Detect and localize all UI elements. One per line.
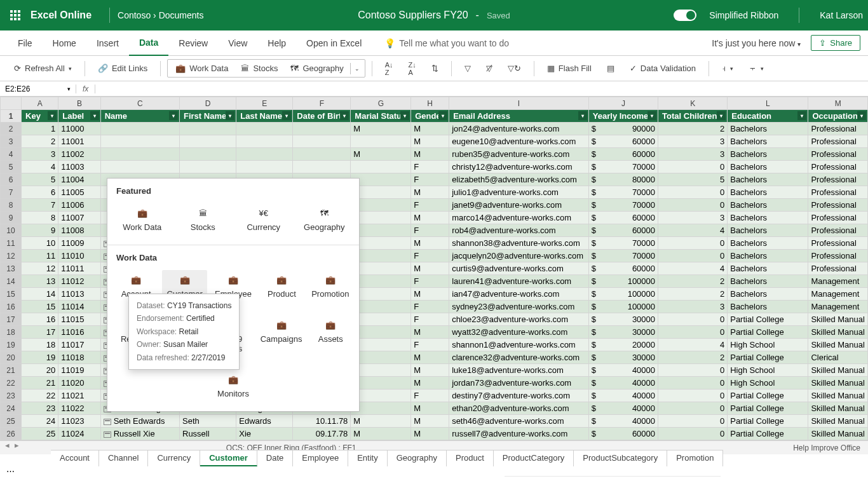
row-header[interactable]: 23: [1, 390, 22, 402]
cell[interactable]: 4: [658, 339, 728, 351]
cell[interactable]: 0: [658, 402, 728, 415]
cell[interactable]: 11020: [58, 377, 100, 390]
scroll-left-icon[interactable]: ◂: [505, 476, 515, 477]
cell[interactable]: Bachelors: [728, 173, 808, 186]
cell[interactable]: M: [351, 148, 411, 161]
cell[interactable]: 0: [658, 161, 728, 173]
col-header[interactable]: G: [351, 97, 411, 110]
cell[interactable]: Professional: [808, 237, 868, 250]
prev-sheet-icon[interactable]: ◂: [5, 440, 10, 450]
row-header[interactable]: 15: [1, 288, 22, 301]
next-sheet-icon[interactable]: ▸: [15, 440, 19, 450]
cell[interactable]: F: [411, 199, 449, 212]
cell[interactable]: S: [351, 351, 411, 364]
cell[interactable]: 20: [22, 364, 58, 377]
tell-me-search[interactable]: 💡 Tell me what you want to do: [384, 38, 509, 48]
cell[interactable]: M: [351, 262, 411, 275]
cell[interactable]: 0: [658, 364, 728, 377]
cell[interactable]: M: [351, 212, 411, 224]
cell[interactable]: sydney23@adventure-works.com: [449, 301, 589, 313]
cell[interactable]: $30000: [588, 351, 658, 364]
cell[interactable]: [180, 135, 236, 148]
sheet-tab-employee[interactable]: Employee: [293, 450, 348, 466]
data-type-product[interactable]: 💼Product: [259, 270, 304, 304]
cell[interactable]: [100, 148, 179, 161]
work-data-type-button[interactable]: 💼 Work Data: [169, 61, 234, 76]
cell[interactable]: M: [351, 275, 411, 288]
cell[interactable]: Management: [808, 275, 868, 288]
cell[interactable]: $100000: [588, 288, 658, 301]
cell[interactable]: curtis9@adventure-works.com: [449, 262, 589, 275]
cell[interactable]: 4: [658, 262, 728, 275]
cell[interactable]: [351, 186, 411, 199]
cell[interactable]: 3: [658, 212, 728, 224]
cell[interactable]: M: [411, 364, 449, 377]
user-name[interactable]: Kat Larson: [820, 10, 863, 20]
app-brand[interactable]: Excel Online: [31, 10, 92, 21]
sort-desc-button[interactable]: Z↓A: [402, 58, 423, 79]
cell[interactable]: 14: [22, 288, 58, 301]
cell[interactable]: [351, 173, 411, 186]
col-header[interactable]: I: [449, 97, 589, 110]
filter-arrow-icon[interactable]: ▾: [578, 111, 587, 120]
cell[interactable]: Partial College: [728, 402, 808, 415]
cell[interactable]: marco14@adventure-works.com: [449, 212, 589, 224]
cell[interactable]: 11014: [58, 301, 100, 313]
sheet-tab-customer[interactable]: Customer: [200, 450, 257, 466]
cell[interactable]: S: [351, 250, 411, 262]
cell[interactable]: [293, 135, 351, 148]
cell[interactable]: 16: [22, 313, 58, 326]
cell[interactable]: 11006: [58, 199, 100, 212]
cell[interactable]: seth46@adventure-works.com: [449, 415, 589, 428]
sheet-tab-promotion[interactable]: Promotion: [667, 450, 723, 466]
cell[interactable]: 24: [22, 415, 58, 428]
data-type-assets[interactable]: 💼Assets: [308, 315, 353, 358]
data-type-geography[interactable]: 🗺Geography: [296, 203, 353, 237]
cell[interactable]: 0: [658, 326, 728, 339]
col-header[interactable]: A: [22, 97, 58, 110]
cell[interactable]: S: [351, 390, 411, 402]
row-header[interactable]: 18: [1, 326, 22, 339]
cell[interactable]: 0: [658, 199, 728, 212]
cell[interactable]: Bachelors: [728, 301, 808, 313]
cell[interactable]: 11019: [58, 364, 100, 377]
table-header-cell[interactable]: Key▾: [22, 110, 58, 123]
cell[interactable]: [100, 161, 179, 173]
cell[interactable]: 11010: [58, 250, 100, 262]
cell[interactable]: Professional: [808, 161, 868, 173]
cell[interactable]: $60000: [588, 224, 658, 237]
cell[interactable]: 3: [658, 135, 728, 148]
cell[interactable]: $40000: [588, 364, 658, 377]
cell[interactable]: christy12@adventure-works.com: [449, 161, 589, 173]
cell[interactable]: russell7@adventure-works.com: [449, 428, 589, 440]
cell[interactable]: 4: [22, 161, 58, 173]
breadcrumb[interactable]: Contoso › Documents: [118, 10, 203, 20]
sheet-tab-product[interactable]: Product: [447, 450, 494, 466]
col-header[interactable]: B: [58, 97, 100, 110]
help-improve-link[interactable]: Help Improve Office: [793, 444, 860, 452]
cell[interactable]: High School: [728, 377, 808, 390]
sheet-tab-date[interactable]: Date: [257, 450, 293, 466]
cell[interactable]: julio1@adventure-works.com: [449, 186, 589, 199]
table-header-cell[interactable]: Date of Birth▾: [293, 110, 351, 123]
sheet-tab-currency[interactable]: Currency: [148, 450, 200, 466]
cell[interactable]: 0: [658, 313, 728, 326]
cell[interactable]: 4: [658, 224, 728, 237]
cell[interactable]: [293, 148, 351, 161]
fx-label[interactable]: fx: [76, 85, 95, 93]
cell[interactable]: janet9@adventure-works.com: [449, 199, 589, 212]
cell[interactable]: 2: [658, 275, 728, 288]
cell[interactable]: $70000: [588, 199, 658, 212]
cell[interactable]: 2: [658, 123, 728, 135]
cell[interactable]: Skilled Manual: [808, 415, 868, 428]
cell[interactable]: 0: [658, 428, 728, 440]
cell[interactable]: 25: [22, 428, 58, 440]
data-type-currency[interactable]: ¥€Currency: [235, 203, 292, 237]
cell[interactable]: [236, 148, 293, 161]
cell[interactable]: [293, 123, 351, 135]
cell[interactable]: Bachelors: [728, 161, 808, 173]
cell[interactable]: Management: [808, 301, 868, 313]
table-header-cell[interactable]: Gender▾: [411, 110, 449, 123]
cell[interactable]: eugene10@adventure-works.com: [449, 135, 589, 148]
cell[interactable]: $30000: [588, 326, 658, 339]
